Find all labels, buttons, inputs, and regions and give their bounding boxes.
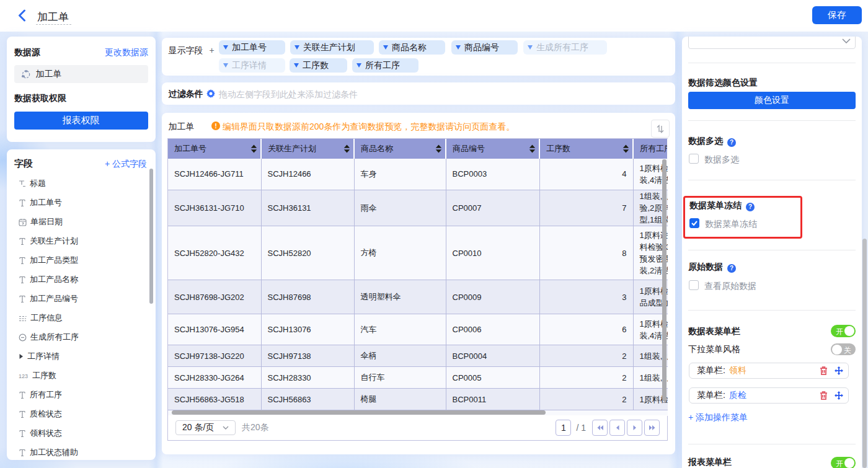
svg-text:123: 123: [19, 373, 28, 379]
